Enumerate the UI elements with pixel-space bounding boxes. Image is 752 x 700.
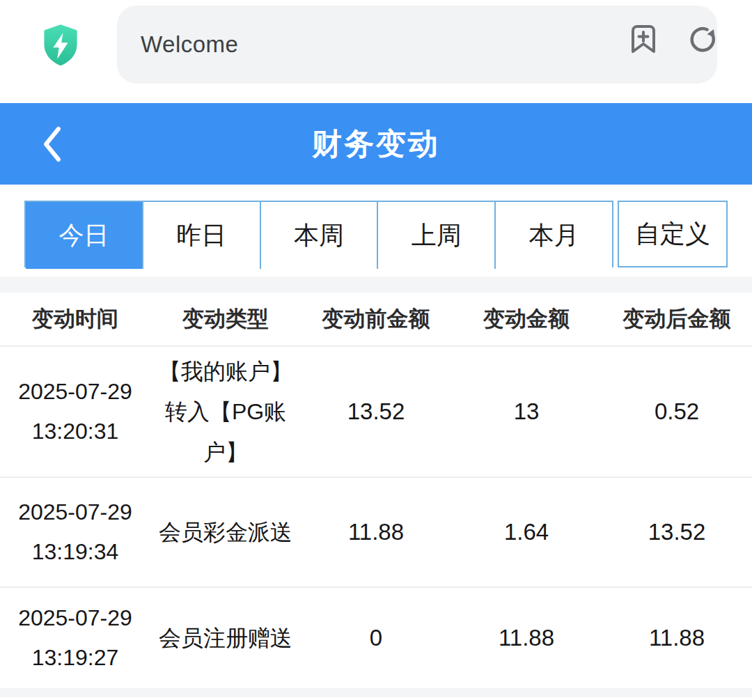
- section-divider: [0, 277, 752, 293]
- page-title: 财务变动: [312, 124, 440, 164]
- browser-top-bar: Welcome: [0, 0, 752, 103]
- cell-type: 【我的账户】转入【PG账户】: [150, 346, 301, 477]
- tab-custom[interactable]: 自定义: [618, 201, 728, 267]
- cell-change: 11.88: [451, 587, 602, 688]
- cell-time: 2025-07-29 13:20:31: [0, 346, 150, 477]
- back-button[interactable]: [28, 103, 77, 185]
- table-header-row: 变动时间 变动类型 变动前金额 变动金额 变动后金额: [0, 293, 752, 346]
- cell-clock-text: 13:19:34: [4, 532, 146, 572]
- table-row: 2025-07-29 13:19:27 会员注册赠送 0 11.88 11.88: [0, 587, 752, 688]
- cell-clock-text: 13:20:31: [4, 412, 146, 451]
- table-row: 2025-07-29 13:20:31 【我的账户】转入【PG账户】 13.52…: [0, 346, 752, 477]
- tab-group: 今日 昨日 本周 上周 本月: [24, 201, 613, 267]
- cell-before: 11.88: [301, 477, 451, 587]
- col-header-after: 变动后金额: [602, 293, 752, 346]
- page-header: 财务变动: [0, 103, 752, 185]
- transactions-table: 变动时间 变动类型 变动前金额 变动金额 变动后金额 2025-07-29 13…: [0, 293, 752, 688]
- bottom-divider: [0, 688, 752, 697]
- shield-lightning-icon[interactable]: [40, 23, 81, 69]
- cell-time: 2025-07-29 13:19:27: [0, 587, 150, 688]
- col-header-before: 变动前金额: [301, 293, 451, 346]
- address-bar-actions: [627, 0, 719, 78]
- col-header-time: 变动时间: [0, 293, 150, 346]
- date-filter-tabs: 今日 昨日 本周 上周 本月 自定义: [0, 185, 752, 267]
- cell-type: 会员注册赠送: [150, 587, 301, 688]
- col-header-type: 变动类型: [150, 293, 301, 346]
- chevron-left-icon: [40, 125, 64, 164]
- col-header-change: 变动金额: [451, 293, 602, 346]
- tab-this-month[interactable]: 本月: [496, 202, 612, 269]
- address-bar-text: Welcome: [141, 31, 238, 58]
- tab-last-week[interactable]: 上周: [378, 202, 496, 269]
- cell-date-text: 2025-07-29: [4, 372, 146, 412]
- bookmark-add-icon[interactable]: [627, 22, 660, 56]
- cell-after: 13.52: [602, 477, 752, 587]
- cell-type: 会员彩金派送: [150, 477, 301, 587]
- cell-change: 1.64: [451, 477, 602, 587]
- cell-after: 0.52: [602, 346, 752, 477]
- cell-before: 0: [301, 587, 451, 688]
- refresh-icon[interactable]: [685, 22, 719, 56]
- cell-before: 13.52: [301, 346, 451, 477]
- tab-yesterday[interactable]: 昨日: [143, 202, 261, 269]
- tab-today[interactable]: 今日: [26, 202, 143, 269]
- cell-date-text: 2025-07-29: [4, 598, 146, 638]
- table-row: 2025-07-29 13:19:34 会员彩金派送 11.88 1.64 13…: [0, 477, 752, 587]
- cell-after: 11.88: [602, 587, 752, 688]
- cell-date-text: 2025-07-29: [4, 492, 146, 532]
- cell-time: 2025-07-29 13:19:34: [0, 477, 150, 587]
- cell-clock-text: 13:19:27: [4, 638, 146, 678]
- cell-change: 13: [451, 346, 602, 477]
- tab-this-week[interactable]: 本周: [261, 202, 379, 269]
